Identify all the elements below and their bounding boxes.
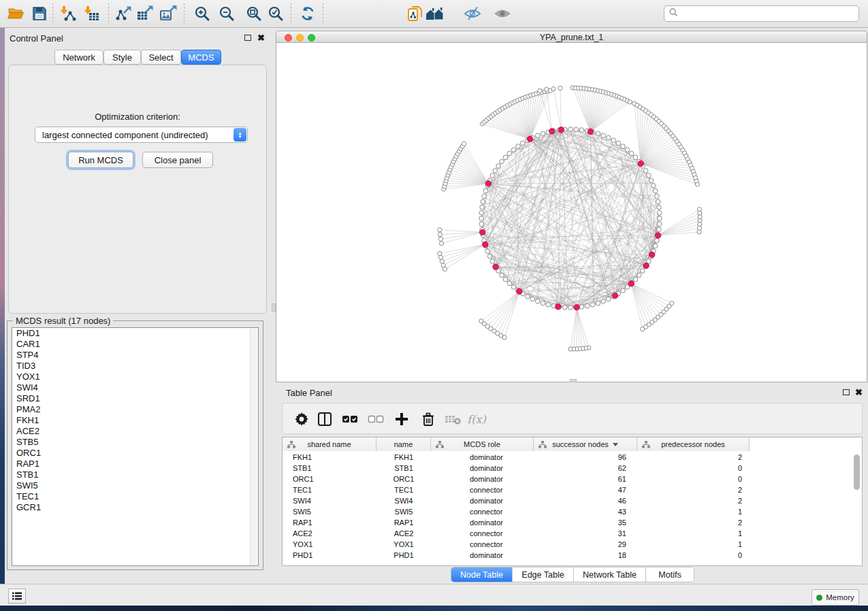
mcds-result-list: PHD1CAR1STP4TID3YOX1SWI4SRD1PMA2FKH1ACE2… xyxy=(12,327,259,566)
table-cell: dominator xyxy=(431,495,534,506)
tab-select[interactable]: Select xyxy=(141,50,181,65)
mcds-result-item[interactable]: PHD1 xyxy=(12,328,258,339)
memory-label: Memory xyxy=(826,593,854,601)
tab-mcds[interactable]: MCDS xyxy=(181,50,221,65)
table-row[interactable]: SWI4SWI4dominator462 xyxy=(283,495,862,506)
status-bar: Memory xyxy=(0,584,868,606)
mcds-result-item[interactable]: CAR1 xyxy=(12,339,258,350)
table-row[interactable]: RAP1RAP1dominator352 xyxy=(283,517,862,528)
refresh-view-icon[interactable] xyxy=(298,3,318,24)
mcds-result-item[interactable]: STP4 xyxy=(12,350,258,361)
search-field[interactable] xyxy=(664,5,859,22)
table-cell: 0 xyxy=(637,550,750,561)
table-row[interactable]: FKH1FKH1dominator962 xyxy=(283,452,862,463)
mcds-result-item[interactable]: SWI5 xyxy=(12,480,258,491)
mcds-result-item[interactable]: RAP1 xyxy=(12,459,258,469)
zoom-selected-icon[interactable] xyxy=(266,3,286,24)
application-window: Control Panel ✖ Network Style Select MCD… xyxy=(0,0,868,611)
network-window: YPA_prune.txt_1 xyxy=(276,31,867,382)
tab-network-table[interactable]: Network Table xyxy=(574,567,646,582)
table-cell: 61 xyxy=(534,474,637,484)
mcds-list-scrollbar[interactable] xyxy=(250,329,257,566)
show-eye-icon[interactable] xyxy=(492,3,513,24)
mcds-result-item[interactable]: TID3 xyxy=(12,361,258,371)
zoom-in-icon[interactable] xyxy=(192,3,212,24)
delete-table-icon[interactable] xyxy=(445,411,462,427)
table-settings-gear-icon[interactable] xyxy=(293,411,310,427)
tab-network[interactable]: Network xyxy=(54,50,103,65)
column-header-predecessor-nodes[interactable]: predecessor nodes xyxy=(637,437,750,451)
export-image-icon[interactable] xyxy=(158,3,178,24)
tab-style[interactable]: Style xyxy=(103,50,141,65)
column-header-shared-name[interactable]: shared name xyxy=(283,437,376,451)
desktop-wallpaper-left xyxy=(0,28,5,606)
table-row[interactable]: PHD1PHD1dominator180 xyxy=(283,550,862,561)
table-row[interactable]: TEC1TEC1connector472 xyxy=(283,484,862,495)
mcds-result-item[interactable]: TEC1 xyxy=(12,491,258,502)
mcds-result-item[interactable]: PMA2 xyxy=(12,404,258,415)
open-file-icon[interactable] xyxy=(5,3,26,24)
dropdown-value: largest connected component (undirected) xyxy=(42,130,208,140)
table-tabs: Node Table Edge Table Network Table Moti… xyxy=(451,567,694,582)
table-vertical-scrollbar[interactable] xyxy=(854,455,860,490)
column-header-MCDS-role[interactable]: MCDS role xyxy=(431,437,534,451)
close-panel-button[interactable]: Close panel xyxy=(142,152,213,168)
table-cell: 0 xyxy=(637,474,750,484)
network-window-titlebar[interactable]: YPA_prune.txt_1 xyxy=(276,31,867,43)
table-row[interactable]: STB1STB1dominator620 xyxy=(283,463,862,474)
run-mcds-button[interactable]: Run MCDS xyxy=(68,152,133,168)
clone-network-icon[interactable] xyxy=(404,3,425,24)
import-network-icon[interactable] xyxy=(58,3,78,24)
export-table-icon[interactable] xyxy=(135,3,155,24)
tab-node-table[interactable]: Node Table xyxy=(451,567,513,582)
function-builder-icon[interactable]: f(x) xyxy=(468,411,485,427)
float-panel-icon[interactable] xyxy=(244,35,251,41)
table-cell: connector xyxy=(431,539,534,550)
split-columns-icon[interactable] xyxy=(316,411,334,427)
import-table-icon[interactable] xyxy=(82,3,102,24)
optimization-criterion-dropdown[interactable]: largest connected component (undirected)… xyxy=(35,127,248,143)
tab-edge-table[interactable]: Edge Table xyxy=(513,567,574,582)
table-row[interactable]: SWI5SWI5connector431 xyxy=(283,506,862,517)
save-session-icon[interactable] xyxy=(29,3,50,24)
mcds-result-item[interactable]: STB5 xyxy=(12,437,258,448)
close-table-panel-icon[interactable]: ✖ xyxy=(855,389,863,396)
column-header-name[interactable]: name xyxy=(376,437,431,451)
float-table-panel-icon[interactable] xyxy=(843,389,850,395)
mcds-result-item[interactable]: FKH1 xyxy=(12,415,258,426)
node-table: shared namenameMCDS rolesuccessor nodesp… xyxy=(282,437,863,566)
network-canvas[interactable] xyxy=(276,43,867,382)
mcds-result-item[interactable]: SRD1 xyxy=(12,393,258,404)
hide-eye-icon[interactable] xyxy=(462,3,483,24)
task-list-button[interactable] xyxy=(8,589,26,604)
table-row[interactable]: ORC1ORC1dominator610 xyxy=(283,474,862,484)
add-column-icon[interactable] xyxy=(393,411,411,427)
delete-column-trash-icon[interactable] xyxy=(419,411,437,427)
sort-descending-icon xyxy=(613,443,618,446)
canvas-splitter-handle[interactable] xyxy=(570,379,577,382)
table-cell: 1 xyxy=(637,506,750,517)
export-network-icon[interactable] xyxy=(114,3,134,24)
close-panel-icon[interactable]: ✖ xyxy=(257,35,265,42)
mcds-result-item[interactable]: ACE2 xyxy=(12,426,258,437)
zoom-out-icon[interactable] xyxy=(216,3,237,24)
mcds-result-item[interactable]: YOX1 xyxy=(12,371,258,382)
houses-icon[interactable] xyxy=(425,3,445,24)
zoom-fit-icon[interactable] xyxy=(244,3,264,24)
deselect-all-rows-icon[interactable] xyxy=(367,411,385,427)
table-cell: 62 xyxy=(534,463,637,474)
mcds-result-item[interactable]: GCR1 xyxy=(12,502,258,513)
mcds-result-item[interactable]: STB1 xyxy=(12,469,258,480)
column-header-successor-nodes[interactable]: successor nodes xyxy=(534,437,637,451)
memory-button[interactable]: Memory xyxy=(811,589,859,606)
select-all-rows-icon[interactable] xyxy=(341,411,359,427)
mcds-result-item[interactable]: SWI4 xyxy=(12,382,258,393)
search-input[interactable] xyxy=(678,9,858,18)
table-cell: dominator xyxy=(431,517,534,528)
table-row[interactable]: YOX1YOX1connector291 xyxy=(283,539,862,550)
table-row[interactable]: ACE2ACE2connector311 xyxy=(283,528,862,539)
table-cell: FKH1 xyxy=(376,452,431,463)
mcds-result-item[interactable]: ORC1 xyxy=(12,448,258,459)
tab-motifs[interactable]: Motifs xyxy=(646,567,694,582)
table-cell: RAP1 xyxy=(283,517,376,528)
